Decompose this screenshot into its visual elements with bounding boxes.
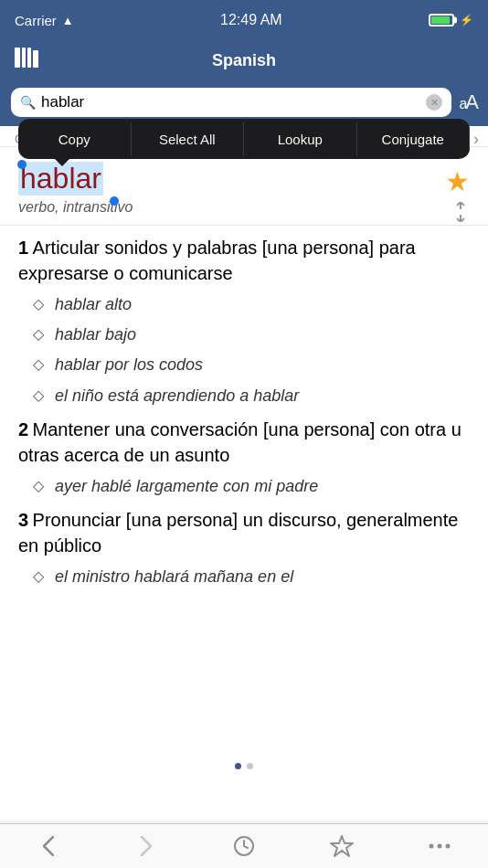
- context-conjugate-button[interactable]: Conjugate: [357, 122, 471, 156]
- collapse-icon[interactable]: [451, 202, 470, 227]
- diamond-icon: ◇: [33, 477, 44, 494]
- context-lookup-button[interactable]: Lookup: [244, 122, 357, 156]
- page-dot-2: [247, 763, 253, 769]
- definition-2: 2 Mantener una conversación [una persona…: [18, 417, 470, 498]
- wifi-icon: ▲: [62, 14, 74, 27]
- example-text: ayer hablé largamente con mi padre: [55, 475, 318, 498]
- page-dots: [0, 763, 488, 769]
- word-text: hablar: [18, 162, 103, 196]
- word-type: verbo, intransitivo: [18, 199, 470, 216]
- context-menu: Copy Select All Lookup Conjugate: [18, 119, 470, 159]
- clear-button[interactable]: ✕: [426, 94, 442, 111]
- svg-rect-1: [22, 48, 26, 68]
- definition-3: 3 Pronunciar [una persona] un discurso, …: [18, 507, 470, 588]
- def-number-3: 3: [18, 510, 28, 530]
- favorites-button[interactable]: [292, 824, 390, 868]
- diamond-icon: ◇: [33, 386, 44, 404]
- favorite-star-icon[interactable]: ★: [445, 165, 470, 197]
- definition-2-text: 2 Mantener una conversación [una persona…: [18, 417, 470, 468]
- diamond-icon: ◇: [33, 325, 44, 343]
- def-text-1-content: Articular sonidos y palabras [una person…: [18, 238, 416, 283]
- list-item: ◇ el ministro hablará mañana en el: [33, 566, 470, 588]
- diamond-icon: ◇: [33, 295, 44, 312]
- svg-point-14: [445, 844, 450, 849]
- list-item: ◇ ayer hablé largamente con mi padre: [33, 475, 470, 498]
- nav-title: Spanish: [212, 51, 276, 70]
- library-icon[interactable]: [15, 48, 38, 73]
- battery-icon: [429, 14, 454, 26]
- font-size-button[interactable]: aA: [459, 90, 477, 114]
- list-item: ◇ hablar bajo: [33, 323, 470, 346]
- definition-3-text: 3 Pronunciar [una persona] un discurso, …: [18, 507, 470, 558]
- status-right: ⚡: [429, 14, 473, 26]
- def-text-2-content: Mantener una conversación [una persona] …: [18, 419, 461, 465]
- svg-rect-3: [33, 50, 38, 68]
- example-text: hablar bajo: [55, 323, 136, 346]
- main-content: Conjugations hablar verbo, intransitivo …: [0, 126, 488, 820]
- example-text: el ministro hablará mañana en el: [55, 566, 293, 588]
- svg-marker-11: [331, 836, 353, 856]
- more-button[interactable]: [390, 824, 488, 868]
- carrier-label: Carrier: [15, 13, 57, 28]
- tab-bar: [0, 823, 488, 868]
- status-bar: Carrier ▲ 12:49 AM ⚡: [0, 0, 488, 40]
- svg-point-13: [437, 844, 441, 849]
- svg-rect-0: [15, 48, 20, 68]
- selection-handle-right: [110, 196, 119, 206]
- definition-1: 1 Articular sonidos y palabras [una pers…: [18, 235, 470, 408]
- example-text: el niño está aprendiendo a hablar: [55, 385, 299, 408]
- battery-fill: [431, 16, 450, 24]
- definitions-section: 1 Articular sonidos y palabras [una pers…: [0, 226, 488, 607]
- svg-point-12: [429, 844, 433, 849]
- def-number-1: 1: [18, 238, 28, 258]
- definition-1-text: 1 Articular sonidos y palabras [una pers…: [18, 235, 470, 286]
- example-text: hablar alto: [55, 293, 132, 316]
- page-dot-1: [235, 763, 241, 769]
- status-left: Carrier ▲: [15, 13, 74, 28]
- def-number-2: 2: [18, 419, 28, 439]
- example-text: hablar por los codos: [55, 354, 203, 376]
- context-menu-next-icon[interactable]: ›: [473, 130, 479, 149]
- list-item: ◇ hablar alto: [33, 293, 470, 316]
- nav-bar: Spanish: [0, 40, 488, 80]
- history-button[interactable]: [196, 824, 293, 868]
- def-text-3-content: Pronunciar [una persona] un discurso, ge…: [18, 510, 458, 556]
- lightning-icon: ⚡: [460, 14, 473, 26]
- list-item: ◇ el niño está aprendiendo a hablar: [33, 385, 470, 408]
- back-button[interactable]: [0, 824, 98, 868]
- list-item: ◇ hablar por los codos: [33, 354, 470, 376]
- context-menu-overlay: Copy Select All Lookup Conjugate ›: [0, 119, 488, 159]
- context-copy-button[interactable]: Copy: [18, 122, 132, 156]
- forward-button[interactable]: [98, 824, 196, 868]
- status-time: 12:49 AM: [220, 12, 282, 28]
- svg-rect-2: [27, 48, 31, 68]
- diamond-icon: ◇: [33, 355, 44, 373]
- search-icon: 🔍: [20, 95, 36, 110]
- search-input-wrapper[interactable]: 🔍 ✕: [11, 88, 451, 117]
- word-heading: hablar: [18, 162, 470, 196]
- search-input[interactable]: [41, 93, 420, 111]
- context-select-all-button[interactable]: Select All: [132, 122, 245, 156]
- diamond-icon: ◇: [33, 567, 44, 585]
- font-size-large: A: [465, 90, 477, 113]
- selection-handle-left: [17, 160, 27, 169]
